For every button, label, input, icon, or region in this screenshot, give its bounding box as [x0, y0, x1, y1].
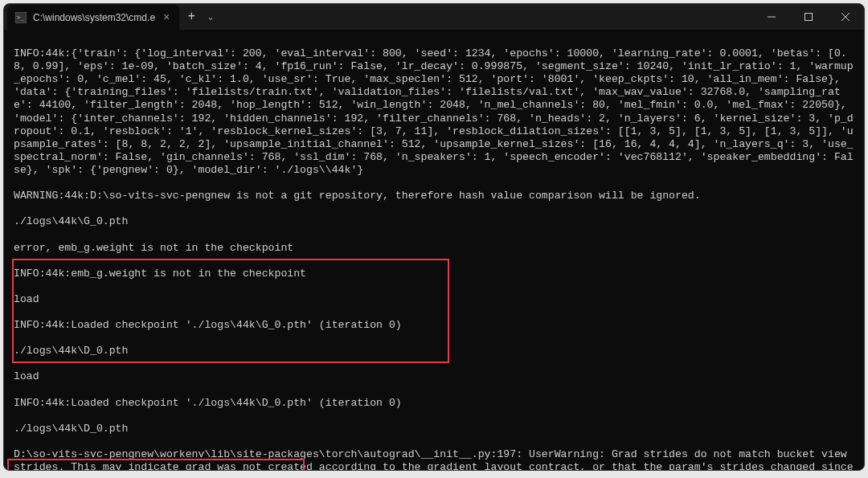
log-line: INFO:44k:Loaded checkpoint './logs\44k\D… [14, 397, 854, 410]
titlebar-left: >_ C:\windows\system32\cmd.e × + ⌄ [4, 4, 218, 30]
close-button[interactable] [827, 4, 864, 30]
terminal-window: >_ C:\windows\system32\cmd.e × + ⌄ INFO:… [3, 3, 865, 471]
log-line: ./logs\44k\G_0.pth [14, 215, 854, 228]
log-line: WARNING:44k:D:\so-vits-svc-pengnew is no… [14, 190, 854, 202]
log-line: ./logs\44k\D_0.pth [14, 345, 854, 357]
log-line: ./logs\44k\D_0.pth [14, 423, 854, 435]
tab-close-button[interactable]: × [162, 11, 171, 24]
log-line: load [14, 370, 854, 383]
titlebar: >_ C:\windows\system32\cmd.e × + ⌄ [4, 4, 864, 30]
log-line: load [14, 293, 854, 306]
window-controls [753, 4, 864, 30]
terminal-output[interactable]: INFO:44k:{'train': {'log_interval': 200,… [4, 30, 864, 470]
minimize-button[interactable] [753, 4, 790, 30]
tab-cmd[interactable]: >_ C:\windows\system32\cmd.e × [7, 5, 179, 31]
log-line: error, emb_g.weight is not in the checkp… [14, 242, 854, 255]
svg-rect-3 [805, 14, 813, 21]
log-line: INFO:44k:emb_g.weight is not in the chec… [14, 268, 854, 280]
log-line: INFO:44k:{'train': {'log_interval': 200,… [14, 47, 854, 177]
tab-dropdown-button[interactable]: ⌄ [203, 12, 218, 22]
cmd-icon: >_ [15, 12, 27, 23]
new-tab-button[interactable]: + [179, 10, 203, 24]
tab-title: C:\windows\system32\cmd.e [33, 12, 155, 23]
svg-text:>_: >_ [17, 14, 24, 21]
log-line: INFO:44k:Loaded checkpoint './logs\44k\G… [14, 319, 854, 332]
maximize-button[interactable] [790, 4, 827, 30]
log-line: D:\so-vits-svc-pengnew\workenv\lib\site-… [14, 448, 854, 470]
